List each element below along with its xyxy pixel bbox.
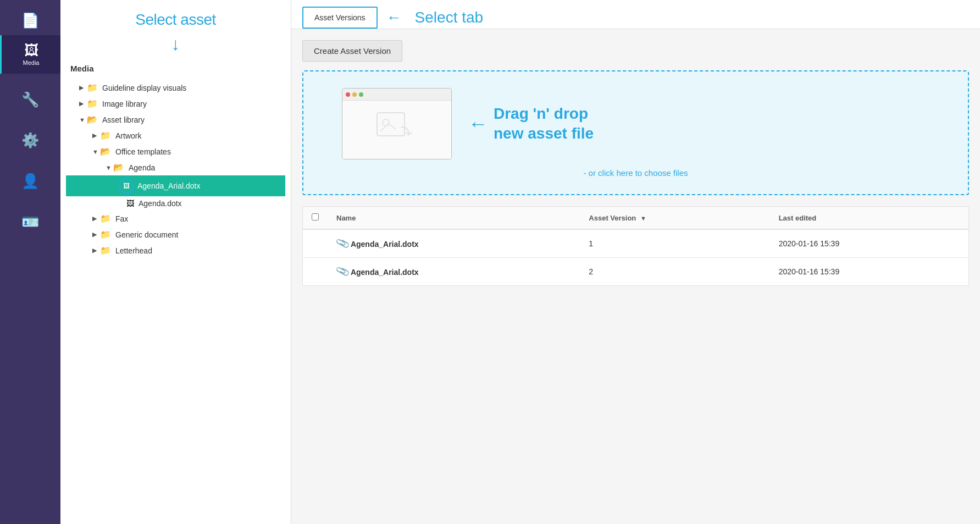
id-icon: 🪪 xyxy=(21,214,39,229)
chevron-right-icon: ▶ xyxy=(92,231,100,238)
svg-rect-0 xyxy=(377,113,405,136)
row-checkbox-cell xyxy=(303,229,328,258)
tree-item-guideline[interactable]: ▶ 📁 Guideline display visuals xyxy=(66,80,285,96)
tree-item-label: Agenda xyxy=(129,163,155,172)
chevron-right-icon: ▶ xyxy=(92,132,100,139)
browser-dot-yellow xyxy=(352,92,357,97)
tree-item-generic-document[interactable]: ▶ 📁 Generic document xyxy=(66,227,285,242)
browser-body xyxy=(342,101,451,159)
tree-item-image-library[interactable]: ▶ 📁 Image library xyxy=(66,96,285,112)
drag-text-group: ← Drag 'n' drop new asset file xyxy=(468,104,951,144)
tree-item-fax[interactable]: ▶ 📁 Fax xyxy=(66,211,285,227)
select-tab-annotation: Select tab xyxy=(415,9,484,26)
row-name: Agenda_Arial.dotx xyxy=(351,240,419,249)
tree-item-label: Office templates xyxy=(115,147,171,156)
browser-mock xyxy=(342,88,452,159)
sidebar-item-settings[interactable]: ⚙️ xyxy=(0,125,60,155)
tree-item-label: Asset library xyxy=(102,115,145,124)
browser-dot-green xyxy=(359,92,363,97)
tree-item-asset-library[interactable]: ▼ 📂 Asset library xyxy=(66,112,285,128)
chevron-down-icon: ▼ xyxy=(92,148,100,155)
sidebar-item-id[interactable]: 🪪 xyxy=(0,207,60,236)
right-panel: Asset Versions ← Select tab Create Asset… xyxy=(291,0,980,524)
chevron-right-icon: ▶ xyxy=(79,84,87,91)
row-checkbox-cell xyxy=(303,258,328,286)
tab-arrow-icon: ← xyxy=(386,9,402,26)
th-asset-version[interactable]: Asset Version ▼ xyxy=(580,207,769,230)
main-content: Select asset ↓ Media ▶ 📁 Guideline displ… xyxy=(60,0,980,524)
row-date: 2020-01-16 15:39 xyxy=(770,229,969,258)
table-row[interactable]: 📎 Agenda_Arial.dotx 1 2020-01-16 15:39 xyxy=(303,229,969,258)
folder-icon: 📁 xyxy=(100,213,111,224)
tab-bar: Asset Versions ← Select tab xyxy=(291,0,980,29)
tree-item-label: Image library xyxy=(102,100,147,108)
document-icon: 📄 xyxy=(21,13,39,27)
clip-icon: 📎 xyxy=(335,264,350,279)
drop-zone[interactable]: ← Drag 'n' drop new asset file - or clic… xyxy=(302,70,969,195)
folder-icon: 📁 xyxy=(87,98,98,109)
tree-item-office-templates[interactable]: ▼ 📂 Office templates xyxy=(66,144,285,159)
select-asset-arrow: ↓ xyxy=(171,35,180,53)
folder-icon: 📁 xyxy=(100,130,111,141)
browser-dot-red xyxy=(346,92,350,97)
chevron-down-icon: ▼ xyxy=(79,117,87,123)
chevron-right-icon: ▶ xyxy=(92,215,100,222)
tree-item-artwork[interactable]: ▶ 📁 Artwork xyxy=(66,128,285,144)
chevron-right-icon: ▶ xyxy=(79,100,87,107)
row-name-cell: 📎 Agenda_Arial.dotx xyxy=(328,258,580,286)
tab-asset-versions[interactable]: Asset Versions xyxy=(302,7,378,29)
sidebar-item-tools[interactable]: 🔧 xyxy=(0,85,60,114)
row-date: 2020-01-16 15:39 xyxy=(770,258,969,286)
tree-item-label: Fax xyxy=(115,214,128,223)
tree-item-label: Guideline display visuals xyxy=(102,84,186,92)
tab-label: Asset Versions xyxy=(314,13,366,22)
tree-item-label: Agenda.dotx xyxy=(139,199,182,208)
sidebar: 📄 🖼 Media 🔧 ⚙️ 👤 🪪 xyxy=(0,0,60,524)
table-header: Name Asset Version ▼ Last edited xyxy=(303,207,969,230)
select-asset-annotation: Select asset xyxy=(66,11,285,29)
upload-illustration xyxy=(342,88,452,159)
tree-item-label: Letterhead xyxy=(115,246,152,255)
sidebar-item-label-media: Media xyxy=(23,59,40,66)
img-placeholder xyxy=(375,111,419,149)
create-asset-version-button[interactable]: Create Asset Version xyxy=(302,40,402,62)
tree-item-agenda[interactable]: ▼ 📂 Agenda xyxy=(66,159,285,175)
chevron-down-icon: ▼ xyxy=(106,164,113,171)
tree-item-agenda-arial-dotx[interactable]: 🖼 Agenda_Arial.dotx xyxy=(66,175,285,196)
sidebar-item-media[interactable]: 🖼 Media xyxy=(0,35,60,74)
tree-item-letterhead[interactable]: ▶ 📁 Letterhead xyxy=(66,242,285,258)
tree-item-agenda-dotx[interactable]: 🖼 Agenda.dotx xyxy=(66,196,285,211)
file-icon: 🖼 xyxy=(123,182,130,190)
select-all-checkbox[interactable] xyxy=(312,213,319,220)
drop-arrow-icon: ← xyxy=(468,112,488,135)
row-version: 2 xyxy=(580,258,769,286)
selected-indicator: 🖼 xyxy=(119,178,134,194)
chevron-right-icon: ▶ xyxy=(92,247,100,254)
tools-icon: 🔧 xyxy=(21,92,39,107)
clip-icon: 📎 xyxy=(335,236,350,251)
tree-item-label: Artwork xyxy=(115,131,141,140)
browser-titlebar xyxy=(342,89,451,101)
sidebar-item-user[interactable]: 👤 xyxy=(0,166,60,196)
drop-zone-inner: ← Drag 'n' drop new asset file xyxy=(320,88,951,159)
folder-icon: 📂 xyxy=(100,146,111,157)
sort-arrow-icon: ▼ xyxy=(640,215,646,222)
th-last-edited: Last edited xyxy=(770,207,969,230)
row-version: 1 xyxy=(580,229,769,258)
row-name: Agenda_Arial.dotx xyxy=(351,268,419,277)
table-body: 📎 Agenda_Arial.dotx 1 2020-01-16 15:39 📎… xyxy=(303,229,969,286)
tree-section-label: Media xyxy=(66,62,285,75)
table-row[interactable]: 📎 Agenda_Arial.dotx 2 2020-01-16 15:39 xyxy=(303,258,969,286)
panel-body: Create Asset Version xyxy=(291,29,980,524)
folder-icon: 📁 xyxy=(100,245,111,256)
file-icon: 🖼 xyxy=(126,199,134,208)
folder-icon: 📂 xyxy=(113,162,124,173)
tree-panel: Select asset ↓ Media ▶ 📁 Guideline displ… xyxy=(60,0,291,524)
asset-table: Name Asset Version ▼ Last edited xyxy=(302,206,969,286)
folder-icon: 📂 xyxy=(87,114,98,125)
sidebar-item-document[interactable]: 📄 xyxy=(0,5,60,35)
click-to-choose-text[interactable]: - or click here to choose files xyxy=(583,168,688,178)
folder-icon: 📁 xyxy=(87,82,98,93)
th-name: Name xyxy=(328,207,580,230)
tree-item-label: Generic document xyxy=(115,230,178,239)
